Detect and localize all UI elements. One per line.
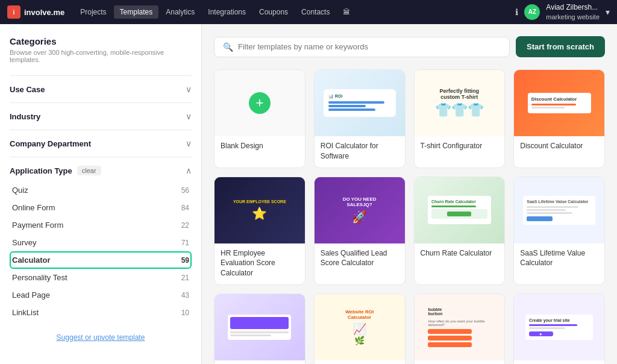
filter-linklist-count: 10 bbox=[181, 309, 189, 317]
filter-payment-form-count: 22 bbox=[181, 221, 189, 230]
app-type-header: Application Type clear ∧ bbox=[10, 166, 192, 175]
filter-survey[interactable]: Survey 71 bbox=[10, 234, 192, 251]
template-blank-thumb: + bbox=[215, 70, 305, 136]
template-cpg-thumb: bubbleburbon How often do you want your … bbox=[415, 294, 505, 360]
filter-calculator-label: Calculator bbox=[12, 256, 51, 265]
template-cpg-name: Price Quote Calculator for CPG & DTC bbox=[415, 360, 505, 364]
filter-online-form-label: Online Form bbox=[12, 203, 55, 212]
nav-item-integrations[interactable]: Integrations bbox=[202, 5, 252, 19]
filter-payment-form-label: Payment Form bbox=[12, 221, 63, 230]
filter-survey-label: Survey bbox=[12, 238, 36, 247]
plant-icon: 🌿 bbox=[345, 336, 374, 345]
tshirt-content: Perfectly fittingcustom T-shirt 👕👕👕 bbox=[435, 88, 484, 118]
template-pricequote[interactable]: Create your trial site ▶ Price Quote Cal… bbox=[513, 293, 605, 364]
nav-right: ℹ AZ Aviad Zilbersh... marketing website… bbox=[515, 3, 610, 21]
avatar[interactable]: AZ bbox=[524, 4, 540, 20]
template-customer-thumb bbox=[215, 294, 305, 360]
sidebar: Categories Browse over 300 high-converti… bbox=[0, 24, 202, 364]
industry-chevron-icon: ∨ bbox=[186, 111, 192, 121]
template-tshirt-name: T-shirt Configurator bbox=[415, 136, 505, 157]
websiteroi-text: Website ROICalculator bbox=[345, 309, 374, 320]
hr-star: ⭐ bbox=[233, 206, 286, 221]
cpg-label: bubbleburbon bbox=[428, 307, 490, 316]
brand-name: involve.me bbox=[24, 8, 64, 17]
template-blank-name: Blank Design bbox=[215, 136, 305, 157]
template-websiteroi-name: Website ROI Calculator bbox=[315, 360, 405, 364]
template-customer-name: Customer Acquisition Cost Calculator bbox=[215, 360, 305, 364]
app-type-chevron-icon: ∧ bbox=[186, 166, 192, 175]
use-case-filter-header[interactable]: Use Case ∨ bbox=[10, 84, 192, 94]
template-customer[interactable]: Customer Acquisition Cost Calculator bbox=[214, 293, 305, 364]
template-tshirt[interactable]: Perfectly fittingcustom T-shirt 👕👕👕 T-sh… bbox=[414, 69, 506, 168]
industry-filter-header[interactable]: Industry ∨ bbox=[10, 111, 192, 121]
sales-text: DO YOU NEEDSALESJQ? bbox=[343, 196, 377, 207]
template-discount[interactable]: Discount Calculator Discount Calculator bbox=[513, 69, 605, 168]
sidebar-subtitle: Browse over 300 high-converting, mobile-… bbox=[10, 49, 192, 63]
brand[interactable]: i involve.me bbox=[7, 5, 64, 19]
filter-online-form[interactable]: Online Form 84 bbox=[10, 199, 192, 216]
content-area: 🔍 Start from scratch + Blank Design 📊 RO… bbox=[202, 24, 617, 364]
industry-filter: Industry ∨ bbox=[10, 102, 192, 130]
filter-quiz-count: 56 bbox=[181, 186, 189, 195]
app-type-left: Application Type clear bbox=[10, 166, 101, 175]
websiteroi-content: Website ROICalculator 📈 🌿 bbox=[345, 309, 374, 345]
sidebar-title: Categories bbox=[10, 36, 192, 46]
hr-content: YOUR EMPLOYEE SCORE ⭐ bbox=[228, 195, 291, 225]
brand-logo: i bbox=[7, 5, 20, 19]
search-input[interactable] bbox=[238, 42, 501, 51]
cpg-buttons bbox=[428, 329, 472, 347]
nav-items: Projects Templates Analytics Integration… bbox=[74, 5, 515, 19]
template-cpg[interactable]: bubbleburbon How often do you want your … bbox=[414, 293, 506, 364]
template-pricequote-name: Price Quote Calculator for Software bbox=[514, 360, 604, 364]
filter-linklist[interactable]: LinkList 10 bbox=[10, 304, 192, 321]
tshirt-emoji: 👕👕👕 bbox=[435, 102, 484, 118]
filter-personality-test-count: 21 bbox=[181, 274, 189, 282]
filter-lead-page[interactable]: Lead Page 43 bbox=[10, 286, 192, 304]
template-websiteroi[interactable]: Website ROICalculator 📈 🌿 Website ROI Ca… bbox=[314, 293, 406, 364]
info-icon[interactable]: ℹ bbox=[515, 7, 518, 17]
main-layout: Categories Browse over 300 high-converti… bbox=[0, 24, 617, 364]
pricequote-card: Create your trial site ▶ bbox=[525, 315, 593, 340]
filter-quiz[interactable]: Quiz 56 bbox=[10, 181, 192, 199]
discount-card: Discount Calculator bbox=[528, 93, 591, 113]
template-hr[interactable]: YOUR EMPLOYEE SCORE ⭐ HR Employee Evalua… bbox=[214, 177, 305, 285]
company-dept-filter-header[interactable]: Company Department ∨ bbox=[10, 139, 192, 148]
chevron-down-icon[interactable]: ▾ bbox=[606, 7, 610, 17]
template-websiteroi-thumb: Website ROICalculator 📈 🌿 bbox=[315, 294, 405, 360]
cpg-btn-3 bbox=[428, 342, 472, 347]
filter-calculator[interactable]: Calculator 59 bbox=[10, 251, 192, 269]
nav-item-analytics[interactable]: Analytics bbox=[160, 5, 201, 19]
suggest-link[interactable]: Suggest or upvote template bbox=[10, 333, 192, 342]
template-churn[interactable]: Churn Rate Calculator Churn Rate Calcula… bbox=[414, 177, 506, 285]
sales-content: DO YOU NEEDSALESJQ? 🚀 bbox=[338, 192, 381, 229]
nav-item-templates[interactable]: Templates bbox=[114, 5, 159, 19]
template-saas-name: SaaS Lifetime Value Calculator bbox=[514, 243, 604, 275]
nav-item-contacts[interactable]: Contacts bbox=[295, 5, 336, 19]
start-from-scratch-button[interactable]: Start from scratch bbox=[516, 36, 605, 57]
template-discount-thumb: Discount Calculator bbox=[514, 70, 604, 136]
filter-quiz-label: Quiz bbox=[12, 186, 28, 195]
filter-online-form-count: 84 bbox=[181, 204, 189, 212]
nav-item-projects[interactable]: Projects bbox=[74, 5, 112, 19]
cpg-btn-2 bbox=[428, 336, 472, 340]
template-roi-calculator[interactable]: 📊 ROI ROI Calculator for Software bbox=[314, 69, 406, 168]
template-saas[interactable]: SaaS Lifetime Value Calculator SaaS Life… bbox=[513, 177, 605, 285]
search-bar[interactable]: 🔍 bbox=[214, 37, 510, 57]
use-case-filter: Use Case ∨ bbox=[10, 75, 192, 102]
pricequote-btn-text: ▶ bbox=[540, 332, 542, 336]
template-blank-design[interactable]: + Blank Design bbox=[214, 69, 305, 168]
template-sales[interactable]: DO YOU NEEDSALESJQ? 🚀 Sales Qualified Le… bbox=[314, 177, 406, 285]
roi-inner: 📊 ROI bbox=[324, 89, 396, 117]
filter-lead-page-count: 43 bbox=[181, 291, 189, 300]
templates-grid: + Blank Design 📊 ROI ROI Calculator for … bbox=[214, 69, 605, 364]
nav-item-coupons[interactable]: Coupons bbox=[253, 5, 294, 19]
clear-button[interactable]: clear bbox=[77, 166, 101, 175]
saas-card: SaaS Lifetime Value Calculator bbox=[523, 196, 595, 225]
filter-calculator-count: 59 bbox=[181, 256, 189, 265]
template-saas-thumb: SaaS Lifetime Value Calculator bbox=[514, 177, 604, 243]
nav-icon-store[interactable]: 🏛 bbox=[337, 5, 356, 19]
user-subtitle: marketing website bbox=[546, 13, 600, 21]
filter-payment-form[interactable]: Payment Form 22 bbox=[10, 216, 192, 234]
app-type-label: Application Type bbox=[10, 166, 72, 175]
filter-personality-test[interactable]: Personality Test 21 bbox=[10, 269, 192, 286]
